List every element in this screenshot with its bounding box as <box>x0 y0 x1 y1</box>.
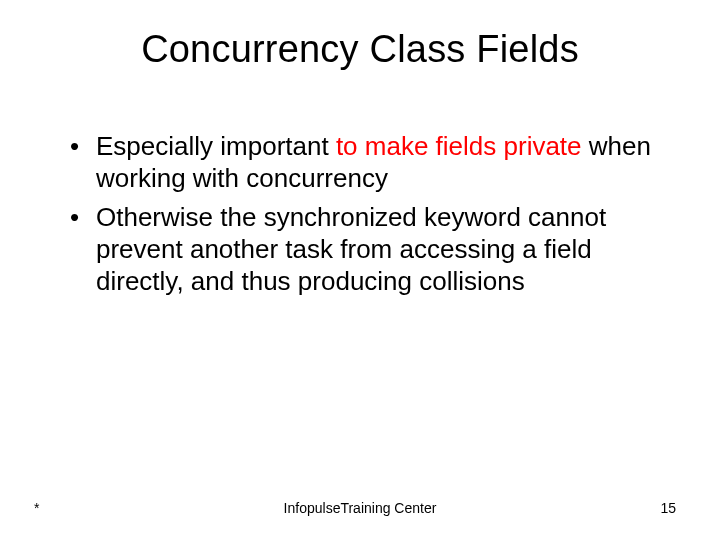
bullet-text-pre: Especially important <box>96 131 336 161</box>
bullet-text-pre: Otherwise the synchronized keyword canno… <box>96 202 606 295</box>
list-item: Otherwise the synchronized keyword canno… <box>70 202 660 297</box>
footer-center: InfopulseTraining Center <box>0 500 720 516</box>
bullet-list: Especially important to make fields priv… <box>70 131 660 298</box>
slide-content: Especially important to make fields priv… <box>0 71 720 298</box>
list-item: Especially important to make fields priv… <box>70 131 660 194</box>
slide: Concurrency Class Fields Especially impo… <box>0 0 720 540</box>
slide-title: Concurrency Class Fields <box>0 0 720 71</box>
bullet-text-emphasis: to make fields private <box>336 131 582 161</box>
page-number: 15 <box>660 500 676 516</box>
